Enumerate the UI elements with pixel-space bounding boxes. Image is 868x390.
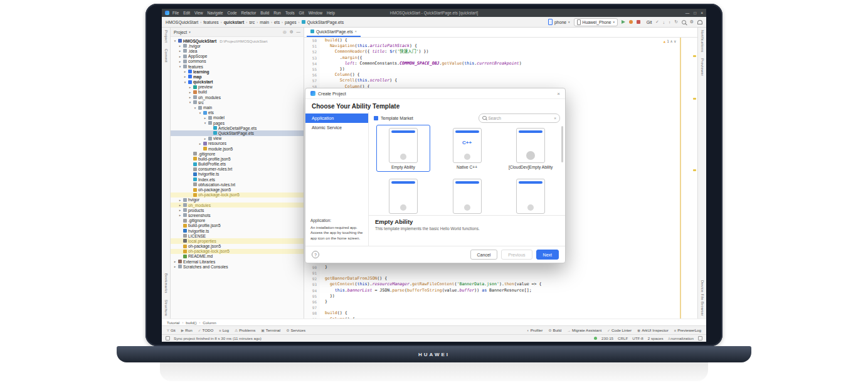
tree-item[interactable]: ▸hvigor xyxy=(171,198,304,203)
template-card[interactable] xyxy=(504,176,558,215)
tree-item[interactable]: ▸AppScope xyxy=(171,54,304,59)
menu-window[interactable]: Window xyxy=(307,11,324,15)
chevron-icon[interactable]: ▾ xyxy=(173,39,177,43)
breadcrumb-item[interactable]: features xyxy=(203,20,219,24)
inspections-widget[interactable]: ▲ 1 ∧ ∨ xyxy=(664,39,676,43)
tree-item[interactable]: README.md xyxy=(171,254,304,259)
warning-stripe-mark[interactable] xyxy=(693,98,696,100)
chevron-icon[interactable]: ▸ xyxy=(198,142,202,145)
git-branch[interactable]: Ynormalization xyxy=(668,336,694,340)
run-icon[interactable] xyxy=(622,20,625,24)
dialog-sidebar-item-application[interactable]: Application xyxy=(305,113,368,123)
breadcrumb-item[interactable]: src xyxy=(249,20,255,24)
toolwindow-button-migrate-assistant[interactable]: →Migrate Assistant xyxy=(567,328,601,332)
tree-item[interactable]: .gitignore xyxy=(171,218,304,223)
panel-settings-icon[interactable]: ⚙ xyxy=(290,29,294,34)
project-panel-title[interactable]: Project xyxy=(174,30,187,34)
tab-close-icon[interactable]: × xyxy=(355,29,357,33)
warning-stripe-mark[interactable] xyxy=(693,169,696,171)
previous-button[interactable]: Previous xyxy=(501,250,532,260)
menu-code[interactable]: Code xyxy=(225,11,238,15)
cancel-button[interactable]: Cancel xyxy=(470,250,498,260)
chevron-icon[interactable]: ▸ xyxy=(188,90,192,94)
template-card[interactable] xyxy=(376,176,430,215)
breadcrumb-item[interactable]: QuickStartPage.ets xyxy=(307,20,344,24)
settings-gear-icon[interactable]: ⚙ xyxy=(690,19,694,24)
breadcrumb-item[interactable]: pages xyxy=(285,20,297,24)
chevron-icon[interactable]: ▾ xyxy=(178,65,182,68)
tree-item[interactable]: build-profile.json5 xyxy=(171,156,304,161)
tree-item[interactable]: ▸products xyxy=(171,208,304,213)
chevron-icon[interactable]: ▾ xyxy=(198,111,202,115)
tree-item[interactable]: ▸model xyxy=(171,115,304,120)
menu-help[interactable]: Help xyxy=(325,11,337,15)
chevron-icon[interactable]: ▾ xyxy=(183,80,187,84)
chevron-icon[interactable]: ▸ xyxy=(173,265,177,268)
tree-item[interactable]: ▾features xyxy=(171,64,304,69)
chevron-icon[interactable]: ▸ xyxy=(178,55,182,58)
tree-item[interactable]: build-profile.json5 xyxy=(171,223,304,228)
tree-item[interactable]: oh-package.json5 xyxy=(171,244,304,249)
tree-item[interactable]: Index.ets xyxy=(171,177,304,182)
tree-item[interactable]: .gitignore xyxy=(171,151,304,156)
toolwindow-bookmarks[interactable]: Bookmarks xyxy=(164,273,168,293)
warning-stripe-mark[interactable] xyxy=(693,55,696,57)
chevron-icon[interactable]: ▸ xyxy=(178,203,182,207)
git-commit-check-icon[interactable]: ✓ xyxy=(655,19,659,24)
toolwindow-button-code-linter[interactable]: ✓Code Linter xyxy=(607,328,632,332)
tree-item[interactable]: ▸commons xyxy=(171,59,304,64)
status-message[interactable]: Sync project finished in 8 s 30 ms (11 m… xyxy=(174,336,262,340)
menu-navigate[interactable]: Navigate xyxy=(206,11,225,15)
git-push-icon[interactable]: ↑ xyxy=(669,20,670,24)
chevron-icon[interactable]: ▾ xyxy=(188,100,192,104)
chevron-icon[interactable]: ▸ xyxy=(178,49,182,53)
tree-item[interactable]: oh-package-lock.json5 xyxy=(171,192,304,198)
tree-item[interactable]: consumer-rules.txt xyxy=(171,167,304,172)
chevron-icon[interactable]: ▸ xyxy=(203,137,207,140)
chevron-icon[interactable]: ▾ xyxy=(193,106,197,110)
menu-run[interactable]: Run xyxy=(272,11,283,15)
tree-item[interactable]: ▸map xyxy=(171,74,304,79)
structure-crumb[interactable]: Tutorial xyxy=(167,320,179,325)
breadcrumb-item[interactable]: main xyxy=(260,20,269,24)
stop-icon[interactable] xyxy=(637,20,640,24)
locate-file-icon[interactable]: ◎ xyxy=(283,29,287,34)
toolwindow-button-build[interactable]: ⚙Build xyxy=(548,328,561,332)
menu-view[interactable]: View xyxy=(193,11,205,15)
template-search-input[interactable]: Search × xyxy=(479,113,560,123)
minimize-icon[interactable]: — xyxy=(685,11,690,15)
toolwindow-button-log[interactable]: ≡Log xyxy=(219,328,229,332)
template-card-empty-ability[interactable]: Empty Ability xyxy=(376,125,430,172)
toolwindow-notifications[interactable]: Notifications xyxy=(701,30,704,52)
tree-item[interactable]: ▸oh_modules xyxy=(171,203,304,208)
tree-item[interactable]: ▸build xyxy=(171,90,304,95)
menu-tools[interactable]: Tools xyxy=(283,11,297,15)
tree-item[interactable]: oh-package-lock.json5 xyxy=(171,249,304,254)
toolwindow-button-arkui-inspector[interactable]: ◉ArkUI Inspector xyxy=(637,328,669,332)
toolwindow-button-previewerlog[interactable]: ≡PreviewerLog xyxy=(674,328,701,332)
tree-item[interactable]: ▾main xyxy=(171,105,304,110)
tree-item[interactable]: hvigorfile.ts xyxy=(171,172,304,177)
editor-tab[interactable]: QuickStartPage.ets × xyxy=(307,27,361,37)
tree-item[interactable]: ▾ets xyxy=(171,110,304,115)
structure-crumb[interactable]: build() xyxy=(186,320,196,325)
tree-item[interactable]: ▸oh_modules xyxy=(171,95,304,100)
clear-search-icon[interactable]: × xyxy=(554,116,556,120)
breadcrumb-item[interactable]: HMOSQuickStart xyxy=(166,20,198,24)
toolwindow-button-terminal[interactable]: ▣Terminal xyxy=(261,328,280,332)
tree-item[interactable]: ▸.hvigor xyxy=(171,43,304,48)
tree-item[interactable]: ▸screenshots xyxy=(171,213,304,218)
toolwindow-device-file-browser[interactable]: Device File Browser xyxy=(701,280,704,316)
prev-problem-icon[interactable]: ∧ xyxy=(670,39,673,43)
toolwindow-button-problems[interactable]: ⚠Problems xyxy=(235,328,255,332)
breadcrumb-item[interactable]: quickstart xyxy=(224,20,244,24)
menu-edit[interactable]: Edit xyxy=(181,11,192,15)
tree-item[interactable]: ArticleDetailPage.ets xyxy=(171,125,304,130)
template-market-label[interactable]: Template Market xyxy=(381,116,413,120)
tree-item[interactable]: ▸resources xyxy=(171,141,304,146)
cards-scrollbar[interactable] xyxy=(561,126,563,162)
next-problem-icon[interactable]: ∨ xyxy=(674,39,676,43)
chevron-icon[interactable]: ▸ xyxy=(178,208,182,212)
tree-item[interactable]: hvigorfile.ts xyxy=(171,228,304,233)
toolwindow-button-services[interactable]: ⚙Services xyxy=(286,328,305,332)
